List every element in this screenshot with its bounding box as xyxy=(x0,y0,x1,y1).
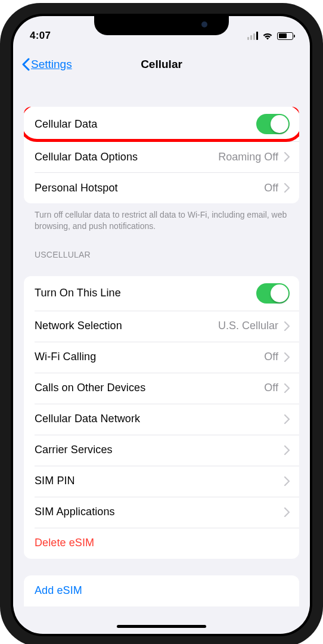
phone-frame: 4:07 Settings C xyxy=(0,3,323,644)
sim-applications-label: SIM Applications xyxy=(35,506,284,518)
sim-applications-row[interactable]: SIM Applications xyxy=(24,497,299,528)
cellular-data-label: Cellular Data xyxy=(35,118,256,131)
carrier-header: USCELLULAR xyxy=(13,244,310,264)
chevron-right-icon xyxy=(284,352,290,362)
wifi-calling-value: Off xyxy=(264,351,278,363)
wifi-calling-row[interactable]: Wi-Fi Calling Off xyxy=(24,342,299,373)
calls-other-devices-row[interactable]: Calls on Other Devices Off xyxy=(24,373,299,404)
turn-on-line-label: Turn On This Line xyxy=(35,287,256,299)
personal-hotspot-label: Personal Hotspot xyxy=(35,182,264,194)
network-selection-row[interactable]: Network Selection U.S. Cellular xyxy=(24,311,299,342)
cellular-data-toggle[interactable] xyxy=(256,114,290,134)
cellular-data-footer: Turn off cellular data to restrict all d… xyxy=(13,203,310,232)
personal-hotspot-value: Off xyxy=(264,182,278,194)
chevron-right-icon xyxy=(284,321,290,331)
network-selection-label: Network Selection xyxy=(35,320,218,332)
status-time: 4:07 xyxy=(30,30,51,42)
battery-icon xyxy=(277,32,293,40)
cellular-data-options-label: Cellular Data Options xyxy=(35,151,218,163)
cellular-data-group: Cellular Data Cellular Data Options Roam… xyxy=(24,107,299,203)
device-notch xyxy=(94,14,229,35)
cellular-signal-icon xyxy=(247,32,258,40)
add-esim-group: Add eSIM xyxy=(24,575,299,606)
page-title: Cellular xyxy=(141,58,182,71)
chevron-right-icon xyxy=(284,183,290,193)
carrier-services-row[interactable]: Carrier Services xyxy=(24,435,299,466)
wifi-calling-label: Wi-Fi Calling xyxy=(35,351,264,363)
cellular-data-network-row[interactable]: Cellular Data Network xyxy=(24,404,299,435)
calls-other-devices-value: Off xyxy=(264,382,278,394)
add-esim-label: Add eSIM xyxy=(35,584,290,597)
cellular-data-options-row[interactable]: Cellular Data Options Roaming Off xyxy=(24,141,299,172)
cellular-data-row[interactable]: Cellular Data xyxy=(24,107,299,141)
status-icons xyxy=(247,32,293,40)
delete-esim-label: Delete eSIM xyxy=(35,537,290,549)
turn-on-line-toggle[interactable] xyxy=(256,283,290,304)
delete-esim-row[interactable]: Delete eSIM xyxy=(24,528,299,559)
chevron-right-icon xyxy=(284,445,290,455)
toggle-knob xyxy=(271,284,288,302)
sim-pin-label: SIM PIN xyxy=(35,475,284,487)
sim-pin-row[interactable]: SIM PIN xyxy=(24,466,299,497)
network-selection-value: U.S. Cellular xyxy=(218,320,278,332)
cellular-data-options-value: Roaming Off xyxy=(218,151,278,163)
calls-other-devices-label: Calls on Other Devices xyxy=(35,382,264,394)
chevron-right-icon xyxy=(284,152,290,162)
toggle-knob xyxy=(271,115,288,133)
chevron-left-icon xyxy=(21,58,30,71)
add-esim-row[interactable]: Add eSIM xyxy=(24,575,299,606)
home-indicator[interactable] xyxy=(117,625,206,628)
personal-hotspot-row[interactable]: Personal Hotspot Off xyxy=(24,172,299,203)
turn-on-line-row[interactable]: Turn On This Line xyxy=(24,276,299,311)
chevron-right-icon xyxy=(284,414,290,424)
chevron-right-icon xyxy=(284,507,290,517)
navigation-bar: Settings Cellular xyxy=(13,49,310,79)
cellular-data-network-label: Cellular Data Network xyxy=(35,413,284,425)
wifi-icon xyxy=(262,32,273,40)
back-button[interactable]: Settings xyxy=(21,58,72,71)
front-camera xyxy=(201,21,207,27)
screen: 4:07 Settings C xyxy=(13,16,310,634)
chevron-right-icon xyxy=(284,476,290,486)
chevron-right-icon xyxy=(284,383,290,393)
content-scroll[interactable]: Cellular Data Cellular Data Options Roam… xyxy=(13,79,310,634)
carrier-services-label: Carrier Services xyxy=(35,444,284,456)
back-label: Settings xyxy=(31,58,72,71)
carrier-group: Turn On This Line Network Selection U.S.… xyxy=(24,276,299,559)
